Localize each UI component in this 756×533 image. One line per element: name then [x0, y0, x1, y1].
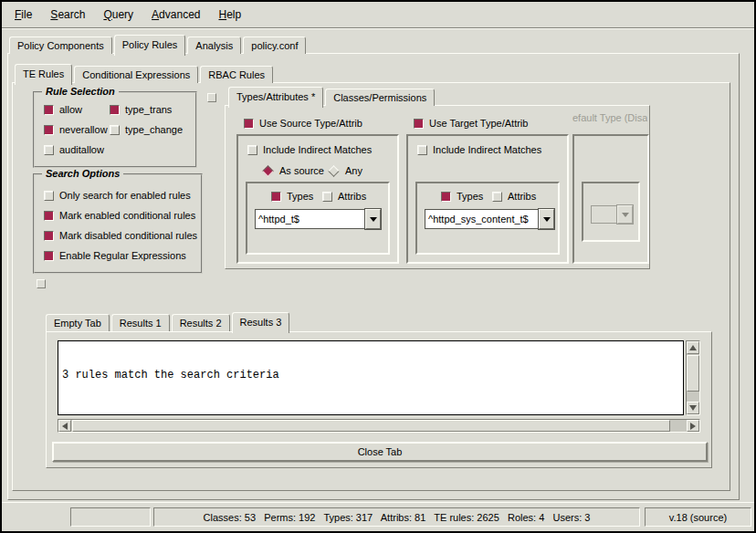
results-page: 3 rules match the search criteria (5822)… [46, 331, 712, 468]
checkbox-neverallow[interactable]: neverallow [44, 124, 108, 135]
checkbox-source-attribs[interactable]: Attribs [322, 191, 366, 202]
target-frame: Include Indirect Matches Types Attribs ^… [406, 134, 569, 264]
checkbox-allow[interactable]: allow [44, 104, 82, 115]
status-stats-panel: Classes: 53 Perms: 192 Types: 317 Attrib… [153, 507, 640, 527]
checkbox-indicator [244, 119, 254, 129]
combo-dropdown-button[interactable] [365, 209, 381, 229]
search-options-group: Search Options Only search for enabled r… [33, 173, 203, 274]
tab-classes-permissions[interactable]: Classes/Permissions [325, 89, 435, 106]
scroll-up-button[interactable] [687, 341, 699, 354]
combo-dropdown-button[interactable] [539, 209, 554, 229]
checkbox-target-types[interactable]: Types [441, 191, 483, 202]
status-bar: Classes: 53 Perms: 192 Types: 317 Attrib… [2, 502, 754, 529]
checkbox-indicator [44, 105, 54, 115]
scroll-right-button[interactable] [687, 420, 699, 432]
tab-te-rules[interactable]: TE Rules [15, 64, 72, 85]
default-type-label: efault Type (Disa [569, 112, 647, 123]
checkbox-indicator [44, 145, 54, 155]
default-type-value [591, 205, 617, 224]
types-attributes-page: Use Source Type/Attrib Include Indirect … [225, 105, 650, 269]
checkbox-only-enabled[interactable]: Only search for enabled rules [44, 190, 191, 201]
checkbox-use-source[interactable]: Use Source Type/Attrib [244, 118, 362, 129]
checkbox-use-target[interactable]: Use Target Type/Attrib [414, 118, 528, 129]
tab-policy-components[interactable]: Policy Components [9, 37, 112, 54]
radio-any[interactable]: Any [328, 165, 362, 176]
radio-as-source[interactable]: As source [262, 165, 324, 176]
checkbox-indicator [44, 211, 54, 221]
checkbox-target-attribs[interactable]: Attribs [492, 191, 536, 202]
menu-file[interactable]: File [12, 6, 35, 23]
close-tab-button[interactable]: Close Tab [52, 442, 708, 462]
default-type-combobox [591, 205, 633, 224]
source-type-value[interactable]: ^httpd_t$ [255, 209, 365, 229]
target-type-value[interactable]: ^httpd_sys_content_t$ [425, 209, 539, 229]
checkbox-indicator [247, 145, 257, 155]
results-hscrollbar[interactable] [58, 419, 700, 433]
tab-analysis[interactable]: Analysis [187, 37, 241, 54]
checkbox-indicator [110, 105, 120, 115]
results-vscrollbar[interactable] [686, 340, 700, 415]
rules-tabs: TE Rules Conditional Expressions RBAC Ru… [15, 62, 273, 83]
apol-window: File Search Query Advanced Help Policy C… [0, 0, 756, 533]
checkbox-indicator [414, 119, 424, 129]
checkbox-mark-enabled[interactable]: Mark enabled conditional rules [44, 210, 195, 221]
checkbox-source-types[interactable]: Types [271, 191, 313, 202]
rule-selection-title: Rule Selection [42, 86, 119, 97]
scroll-left-button[interactable] [58, 420, 71, 432]
chevron-down-icon [543, 217, 551, 222]
vertical-sash-handle[interactable] [207, 93, 216, 102]
rule-selection-group: Rule Selection allow type_trans neverall… [33, 91, 197, 168]
combo-dropdown-button [617, 205, 633, 224]
vscroll-thumb[interactable] [687, 355, 699, 392]
tab-results-1[interactable]: Results 1 [111, 314, 170, 331]
source-type-combobox[interactable]: ^httpd_t$ [255, 209, 381, 229]
checkbox-indicator [271, 192, 281, 202]
tab-conditional-expressions[interactable]: Conditional Expressions [74, 66, 198, 83]
checkbox-regex[interactable]: Enable Regular Expressions [44, 250, 186, 261]
tab-results-3[interactable]: Results 3 [232, 312, 290, 333]
checkbox-type-trans[interactable]: type_trans [110, 104, 172, 115]
tab-empty-tab[interactable]: Empty Tab [46, 314, 110, 331]
checkbox-type-change[interactable]: type_change [110, 124, 183, 135]
target-type-combobox[interactable]: ^httpd_sys_content_t$ [425, 209, 554, 229]
checkbox-indicator [44, 191, 54, 201]
menu-help[interactable]: Help [215, 6, 244, 23]
arrow-left-icon [62, 423, 68, 430]
radio-indicator [328, 165, 340, 177]
checkbox-indicator [110, 125, 120, 135]
results-summary: 3 rules match the search criteria [62, 369, 679, 381]
hscroll-thumb[interactable] [72, 420, 670, 432]
tab-types-attributes[interactable]: Types/Attributes * [228, 87, 323, 108]
menu-bar: File Search Query Advanced Help [2, 2, 754, 28]
results-tabs: Empty Tab Results 1 Results 2 Results 3 [46, 310, 289, 331]
default-type-frame [572, 134, 649, 264]
tab-results-2[interactable]: Results 2 [172, 314, 230, 331]
target-types-box: Types Attribs ^httpd_sys_content_t$ [415, 182, 560, 255]
tab-policy-rules[interactable]: Policy Rules [114, 35, 186, 56]
menu-search[interactable]: Search [47, 6, 88, 23]
arrow-up-icon [689, 345, 697, 350]
status-stats: Classes: 53 Perms: 192 Types: 317 Attrib… [204, 512, 591, 523]
scroll-down-button[interactable] [687, 402, 699, 414]
checkbox-indicator [44, 125, 54, 135]
status-version-panel: v.18 (source) [645, 507, 751, 527]
menu-advanced[interactable]: Advanced [149, 6, 203, 23]
checkbox-indicator [44, 251, 54, 261]
status-empty-panel [70, 507, 151, 527]
radio-indicator [262, 165, 274, 177]
checkbox-indicator [492, 192, 502, 202]
tab-rbac-rules[interactable]: RBAC Rules [200, 66, 273, 83]
chevron-down-icon [622, 213, 629, 217]
source-frame: Include Indirect Matches As source Any T… [236, 134, 399, 264]
checkbox-mark-disabled[interactable]: Mark disabled conditional rules [44, 230, 197, 241]
horizontal-sash-handle[interactable] [37, 279, 46, 288]
tab-policy-conf[interactable]: policy.conf [243, 37, 306, 54]
menu-query[interactable]: Query [100, 6, 136, 23]
checkbox-auditallow[interactable]: auditallow [44, 144, 104, 155]
checkbox-indicator [44, 231, 54, 241]
checkbox-indicator [322, 192, 332, 202]
search-options-title: Search Options [42, 168, 123, 179]
checkbox-source-indirect[interactable]: Include Indirect Matches [247, 144, 372, 155]
arrow-right-icon [690, 423, 696, 430]
checkbox-target-indirect[interactable]: Include Indirect Matches [417, 144, 541, 155]
